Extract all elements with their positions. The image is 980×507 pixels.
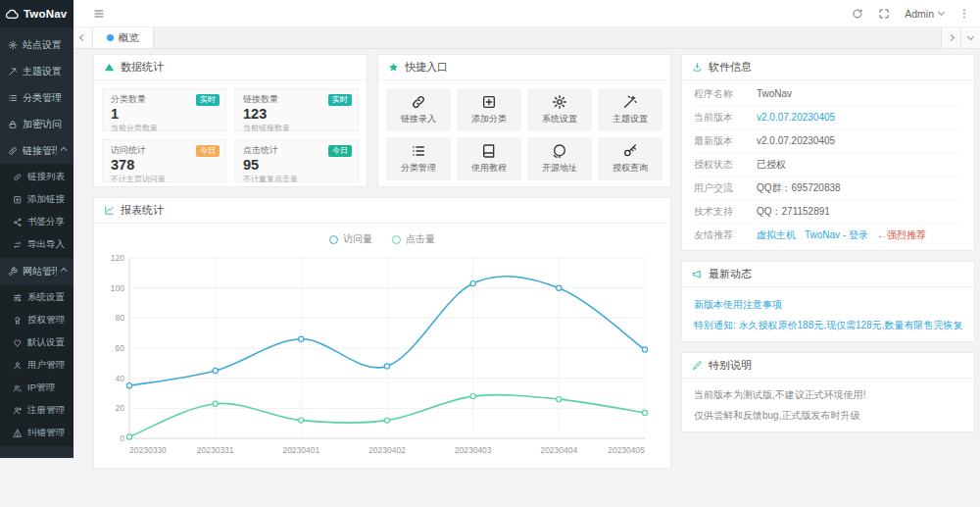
sidebar-item-icon	[7, 267, 18, 277]
quick-entry-license-query[interactable]: 授权查询	[598, 137, 662, 180]
sidebar-item-category-manage[interactable]: 分类管理	[0, 84, 74, 111]
news-list: 新版本使用注意事项特别通知: 永久授权原价188元,现仅需128元,数量有限售完…	[682, 287, 974, 341]
quick-entry-add-category[interactable]: 添加分类	[457, 88, 521, 131]
info-row-value: 已授权	[757, 158, 786, 172]
megaphone-icon	[692, 269, 703, 279]
sidebar-item-link-manage[interactable]: 链接管理	[0, 137, 74, 164]
quick-entry-label: 主题设置	[612, 113, 648, 126]
info-row-label: 程序名称	[694, 87, 757, 101]
software-info-list: 程序名称TwoNav当前版本v2.0.07.20230405最新版本v2.0.0…	[682, 80, 974, 250]
sidebar-item-link-list[interactable]: 链接列表	[0, 166, 74, 188]
quick-entry-opensource[interactable]: 开源地址	[527, 137, 592, 180]
quick-panel: 快捷入口 链接录入添加分类系统设置主题设置分类管理使用教程开源地址授权查询	[377, 54, 671, 187]
sidebar-item-error-manage[interactable]: 纠错管理	[0, 422, 74, 444]
sidebar-item-label: 网站管理	[23, 265, 57, 279]
report-panel-header: 报表统计	[94, 198, 670, 224]
sidebar-subitem-icon	[13, 240, 23, 250]
legend-item[interactable]: 点击量	[392, 232, 435, 246]
tab-overview[interactable]: 概览	[93, 27, 154, 48]
sidebar-subitem-icon	[13, 173, 23, 182]
sidebar: TwoNav 站点设置主题设置分类管理加密访问链接管理链接列表添加链接书签分享导…	[0, 0, 74, 458]
more-menu-icon[interactable]	[958, 8, 970, 20]
sidebar-subitem-icon	[13, 195, 23, 205]
fullscreen-icon[interactable]	[878, 8, 890, 20]
tab-menu-toggle[interactable]	[960, 27, 980, 48]
quick-entry-link-entry[interactable]: 链接录入	[386, 88, 451, 131]
app-title: TwoNav	[24, 8, 67, 20]
quick-entry-tutorial[interactable]: 使用教程	[457, 137, 521, 180]
cloud-logo-icon	[5, 7, 20, 22]
stat-subtitle: 当前链接数量	[243, 123, 350, 133]
info-row-current-version: 当前版本v2.0.07.20230405	[694, 106, 962, 129]
sidebar-item-label: 加密访问	[23, 118, 62, 131]
legend-item[interactable]: 访问量	[329, 232, 372, 246]
sidebar-item-theme-settings[interactable]: 主题设置	[0, 58, 74, 84]
sidebar-item-user-manage[interactable]: 用户管理	[0, 354, 74, 377]
quick-entry-icon	[481, 143, 497, 159]
info-row-label: 用户交流	[694, 181, 757, 195]
tab-scroll-left[interactable]	[74, 27, 93, 48]
hot-note: ←强烈推荐	[877, 228, 926, 242]
star-icon	[388, 62, 399, 73]
sidebar-item-bookmark-share[interactable]: 书签分享	[0, 211, 74, 233]
sidebar-item-ip-manage[interactable]: IP管理	[0, 377, 74, 399]
sidebar-item-label: 授权管理	[27, 314, 65, 327]
sidebar-toggle-icon[interactable]	[93, 8, 105, 20]
download-icon	[692, 62, 703, 73]
triangle-icon	[104, 62, 115, 73]
refresh-icon[interactable]	[852, 8, 863, 20]
sidebar-item-export-import[interactable]: 导出导入	[0, 233, 74, 256]
chart-legend: 访问量点击量	[94, 224, 670, 248]
svg-text:20230330: 20230330	[129, 445, 167, 455]
sidebar-item-website-manage[interactable]: 网站管理	[0, 258, 74, 284]
quick-entry-label: 授权查询	[612, 162, 648, 175]
sidebar-item-site-settings[interactable]: 站点设置	[0, 31, 74, 58]
news-link-2[interactable]: 特别通知: 永久授权原价188元,现仅需128元,数量有限售完恢复原价!	[694, 319, 962, 332]
note-list: 当前版本为测试版,不建议正式环境使用!仅供尝鲜和反馈bug,正式版发布时升级	[682, 379, 974, 431]
quick-entry-system-settings[interactable]: 系统设置	[527, 88, 592, 131]
quick-grid: 链接录入添加分类系统设置主题设置分类管理使用教程开源地址授权查询	[378, 80, 670, 188]
sidebar-item-encrypted-access[interactable]: 加密访问	[0, 111, 74, 137]
sidebar-item-system-settings[interactable]: 系统设置	[0, 286, 74, 309]
stat-subtitle: 不计重复点击量	[243, 174, 350, 184]
legend-label: 点击量	[406, 232, 435, 246]
svg-text:20: 20	[116, 403, 125, 413]
tab-scroll-right[interactable]	[941, 27, 960, 48]
info-link[interactable]: TwoNav - 登录	[805, 228, 868, 242]
report-panel: 报表统计 访问量点击量 0204060801001202023033020230…	[93, 197, 671, 469]
sidebar-item-label: 添加链接	[27, 193, 65, 206]
status-badge: 今日	[196, 145, 220, 157]
info-link[interactable]: v2.0.07.20230405	[757, 112, 835, 123]
user-name: Admin	[905, 8, 934, 20]
sidebar-item-default-settings[interactable]: 默认设置	[0, 331, 74, 354]
quick-entry-label: 开源地址	[542, 162, 577, 175]
sidebar-item-label: 系统设置	[27, 291, 65, 304]
logo[interactable]: TwoNav	[0, 0, 74, 27]
quick-entry-category-manage[interactable]: 分类管理	[386, 137, 451, 180]
sidebar-item-add-link[interactable]: 添加链接	[0, 188, 74, 211]
right-column: 软件信息 程序名称TwoNav当前版本v2.0.07.20230405最新版本v…	[681, 54, 975, 442]
stats-grid: 分类数量1当前分类数量实时链接数量123当前链接数量实时访问统计378不计主页访…	[94, 80, 367, 190]
note-panel: 特别说明 当前版本为测试版,不建议正式环境使用!仅供尝鲜和反馈bug,正式版发布…	[681, 352, 975, 432]
quick-entry-theme-settings[interactable]: 主题设置	[598, 88, 662, 131]
news-link-1[interactable]: 新版本使用注意事项	[694, 298, 962, 312]
sidebar-item-register-manage[interactable]: 注册管理	[0, 399, 74, 422]
user-menu[interactable]: Admin	[905, 8, 944, 20]
news-panel-header: 最新动态	[682, 262, 974, 287]
chevron-right-icon	[948, 34, 955, 41]
top-row: 数据统计 分类数量1当前分类数量实时链接数量123当前链接数量实时访问统计378…	[93, 54, 671, 197]
info-link[interactable]: 虚拟主机	[757, 228, 796, 242]
status-badge: 实时	[196, 94, 220, 106]
info-text: v2.0.07.20230405	[757, 135, 835, 146]
chevron-left-icon	[79, 34, 86, 41]
app-root: TwoNav 站点设置主题设置分类管理加密访问链接管理链接列表添加链接书签分享导…	[0, 0, 980, 507]
sidebar-item-label: 分类管理	[23, 91, 62, 105]
news-panel: 最新动态 新版本使用注意事项特别通知: 永久授权原价188元,现仅需128元,数…	[681, 261, 975, 342]
svg-text:20230401: 20230401	[282, 445, 319, 455]
sidebar-item-license-manage[interactable]: 授权管理	[0, 309, 74, 331]
stat-card-click-count: 点击统计95不计重复点击量今日	[234, 139, 359, 182]
svg-text:120: 120	[111, 253, 124, 263]
info-row-user-group: 用户交流QQ群：695720838	[694, 177, 962, 200]
stat-card-category-count: 分类数量1当前分类数量实时	[102, 88, 226, 131]
info-row-value: QQ群：695720838	[757, 181, 841, 195]
